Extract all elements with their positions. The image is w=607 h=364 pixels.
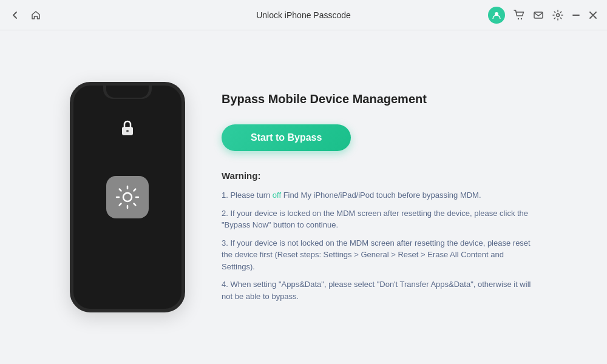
svg-point-4 [557, 13, 560, 16]
start-bypass-button[interactable]: Start to Bypass [222, 124, 351, 151]
svg-rect-3 [534, 12, 543, 18]
warning-3-text: 3. If your device is not locked on the M… [222, 238, 531, 271]
warning-title: Warning: [222, 170, 537, 181]
warning-2-text: 2. If your device is locked on the MDM s… [222, 209, 528, 230]
svg-point-2 [521, 18, 522, 19]
home-icon[interactable] [30, 10, 41, 21]
phone-mockup [70, 82, 185, 312]
titlebar: Unlock iPhone Passcode [0, 0, 607, 30]
titlebar-left [10, 10, 41, 21]
phone-notch [106, 86, 149, 98]
svg-point-7 [123, 193, 132, 201]
warning-1-num: 1. Please turn [222, 190, 273, 200]
lock-icon [120, 119, 135, 137]
main-content: Bypass Mobile Device Management Start to… [0, 30, 607, 364]
warning-item-4: 4. When setting "Apps&Data", please sele… [222, 278, 537, 302]
user-avatar[interactable] [488, 7, 505, 24]
svg-point-1 [518, 18, 519, 19]
titlebar-right [488, 7, 597, 24]
settings-gear-icon [106, 176, 149, 218]
warning-1-highlight: off [273, 190, 281, 200]
close-icon[interactable] [589, 11, 597, 19]
minimize-icon[interactable] [572, 11, 580, 19]
warning-list: 1. Please turn off Find My iPhone/iPad/i… [222, 189, 537, 302]
settings-icon[interactable] [552, 10, 563, 21]
page-title: Bypass Mobile Device Management [222, 92, 537, 106]
mail-icon[interactable] [533, 10, 544, 21]
warning-item-3: 3. If your device is not locked on the M… [222, 237, 537, 273]
warning-1-text: Find My iPhone/iPad/iPod touch before by… [281, 190, 481, 200]
cart-icon[interactable] [514, 10, 524, 21]
svg-point-6 [126, 130, 129, 132]
warning-item-1: 1. Please turn off Find My iPhone/iPad/i… [222, 189, 537, 201]
warning-4-text: 4. When setting "Apps&Data", please sele… [222, 280, 531, 301]
back-icon[interactable] [10, 10, 21, 21]
right-panel: Bypass Mobile Device Management Start to… [222, 92, 537, 302]
window-title: Unlock iPhone Passcode [256, 10, 351, 20]
warning-item-2: 2. If your device is locked on the MDM s… [222, 207, 537, 231]
